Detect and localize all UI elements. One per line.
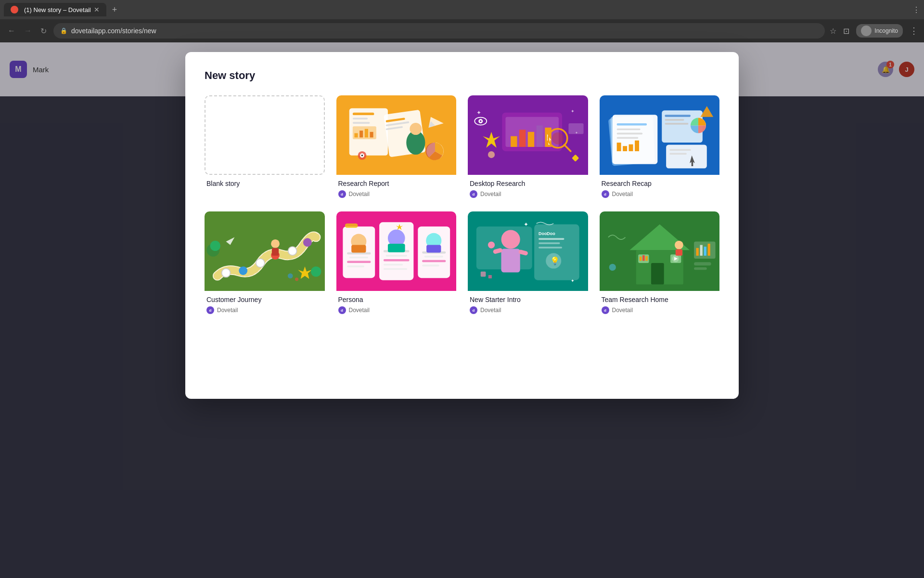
svg-point-58: [239, 266, 247, 275]
reload-button[interactable]: ↻: [38, 25, 49, 38]
customer-journey-illustration: [205, 211, 325, 291]
svg-rect-117: [645, 256, 647, 261]
back-button[interactable]: ←: [6, 25, 17, 37]
svg-rect-36: [572, 155, 579, 162]
template-card-desktop-research[interactable]: ✦ ✦ ✦: [468, 95, 588, 200]
bookmark-icon[interactable]: ☆: [830, 26, 836, 36]
template-name-customer-journey: Customer Journey: [206, 296, 323, 303]
forward-button[interactable]: →: [22, 25, 34, 37]
svg-point-57: [222, 269, 231, 277]
svg-rect-54: [669, 149, 691, 151]
template-card-new-starter[interactable]: DooDoo 💡 ✦ ✦: [468, 211, 588, 316]
template-card-persona[interactable]: Persona d Dovetail: [336, 211, 457, 316]
svg-rect-128: [694, 267, 707, 270]
svg-rect-42: [616, 129, 640, 131]
svg-rect-89: [422, 260, 446, 262]
svg-rect-75: [347, 265, 364, 267]
svg-point-126: [609, 264, 616, 271]
persona-thumbnail: [336, 211, 457, 291]
template-card-blank[interactable]: Blank story: [205, 95, 325, 200]
incognito-badge[interactable]: Incognito: [856, 24, 903, 38]
template-name-research-recap: Research Recap: [602, 180, 718, 187]
svg-rect-7: [364, 129, 368, 138]
svg-rect-73: [349, 257, 368, 259]
tab-close-button[interactable]: ✕: [94, 6, 100, 13]
svg-rect-51: [665, 119, 684, 121]
svg-point-69: [295, 277, 298, 281]
tab-title: (1) New story – Dovetail: [24, 6, 91, 13]
browser-menu-icon[interactable]: ⋮: [910, 26, 918, 36]
svg-rect-127: [694, 262, 711, 265]
template-card-research-recap[interactable]: Research Recap d Dovetail: [600, 95, 720, 200]
template-name-research-report: Research Report: [338, 180, 455, 187]
address-bar-actions: ☆ ⊡ Incognito ⋮: [830, 24, 918, 38]
modal-title: New story: [205, 69, 719, 82]
new-starter-thumbnail: DooDoo 💡 ✦ ✦: [468, 211, 588, 291]
customer-journey-thumbnail: [205, 211, 325, 291]
svg-rect-43: [616, 133, 642, 135]
svg-rect-8: [370, 132, 373, 138]
svg-point-66: [210, 241, 220, 251]
url-text: dovetailapp.com/stories/new: [71, 27, 156, 35]
svg-rect-46: [623, 146, 627, 151]
incognito-label: Incognito: [874, 27, 898, 34]
dovetail-icon-5: d: [338, 306, 346, 314]
svg-rect-81: [384, 259, 409, 261]
svg-rect-80: [385, 255, 407, 257]
research-report-illustration: [336, 95, 457, 175]
svg-rect-124: [704, 247, 706, 256]
svg-rect-35: [568, 123, 583, 134]
svg-rect-40: [612, 115, 657, 164]
template-info-desktop-research: Desktop Research d Dovetail: [468, 175, 588, 200]
active-tab[interactable]: (1) New story – Dovetail ✕: [4, 3, 106, 16]
template-info-persona: Persona d Dovetail: [336, 291, 457, 316]
tab-bar-menu-icon[interactable]: ⋮: [912, 5, 920, 14]
svg-rect-52: [665, 123, 688, 125]
svg-rect-6: [359, 131, 363, 137]
svg-rect-122: [696, 248, 698, 256]
svg-rect-24: [511, 136, 517, 147]
incognito-avatar-icon: [861, 26, 872, 36]
svg-rect-95: [501, 249, 520, 273]
research-recap-illustration: [600, 95, 720, 175]
svg-rect-116: [642, 255, 644, 261]
template-info-customer-journey: Customer Journey d Dovetail: [205, 291, 325, 316]
template-card-team-research[interactable]: Team Research Home d Dovetail: [600, 211, 720, 316]
template-card-research-report[interactable]: Research Report d Dovetail: [336, 95, 457, 200]
svg-rect-108: [481, 272, 486, 277]
desktop-research-illustration: ✦ ✦ ✦: [468, 95, 588, 175]
svg-text:DooDoo: DooDoo: [539, 231, 555, 236]
url-bar[interactable]: 🔒 dovetailapp.com/stories/new: [53, 23, 825, 39]
svg-rect-88: [424, 256, 443, 258]
split-screen-icon[interactable]: ⊡: [843, 26, 849, 36]
svg-rect-55: [669, 153, 687, 155]
svg-rect-112: [651, 263, 664, 285]
svg-rect-125: [707, 244, 710, 256]
dovetail-icon: d: [338, 190, 346, 198]
svg-rect-120: [675, 249, 682, 255]
svg-rect-5: [354, 133, 358, 137]
template-card-customer-journey[interactable]: Customer Journey d Dovetail: [205, 211, 325, 316]
svg-rect-90: [422, 265, 439, 267]
dovetail-icon-7: d: [602, 306, 609, 314]
tab-bar: (1) New story – Dovetail ✕ + ⋮: [0, 0, 924, 19]
template-name-new-starter: New Starter Intro: [470, 296, 586, 303]
template-info-research-recap: Research Recap d Dovetail: [600, 175, 720, 200]
new-tab-button[interactable]: +: [108, 3, 121, 17]
svg-point-61: [288, 247, 297, 255]
svg-point-33: [552, 132, 564, 144]
template-author-new-starter: d Dovetail: [470, 306, 586, 314]
svg-point-37: [488, 151, 495, 158]
svg-rect-92: [345, 223, 358, 228]
template-name-team-research: Team Research Home: [602, 296, 718, 303]
template-name-blank: Blank story: [206, 180, 323, 187]
svg-rect-76: [351, 245, 366, 253]
svg-point-67: [311, 266, 321, 276]
template-info-research-report: Research Report d Dovetail: [336, 175, 457, 200]
svg-text:✦: ✦: [571, 109, 575, 114]
svg-rect-83: [384, 268, 407, 270]
svg-rect-26: [528, 132, 534, 147]
svg-rect-123: [700, 245, 702, 256]
dovetail-icon-6: d: [470, 306, 477, 314]
svg-rect-41: [616, 123, 646, 125]
